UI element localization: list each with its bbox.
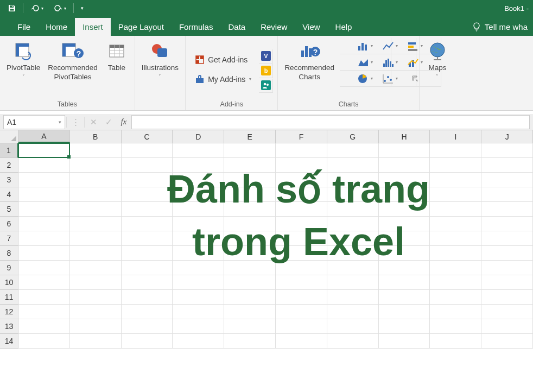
grid-cell[interactable]: [430, 202, 481, 217]
grid-cell[interactable]: [379, 217, 430, 231]
grid-cell[interactable]: [327, 217, 379, 231]
grid-cell[interactable]: [18, 231, 70, 246]
grid-cell[interactable]: [173, 275, 224, 290]
grid-cell[interactable]: [173, 158, 224, 173]
grid-cell[interactable]: [18, 290, 70, 305]
grid-cell[interactable]: [430, 334, 481, 349]
row-header[interactable]: 2: [0, 158, 18, 173]
grid-cell[interactable]: [379, 319, 430, 334]
grid-cell[interactable]: [379, 334, 430, 349]
grid-cell[interactable]: [276, 275, 327, 290]
grid-cell[interactable]: [481, 143, 533, 158]
grid-cell[interactable]: [173, 290, 224, 305]
visio-addin-button[interactable]: V: [259, 49, 273, 64]
grid-cell[interactable]: [70, 246, 122, 261]
grid-cell[interactable]: [224, 231, 276, 246]
grid-cell[interactable]: [224, 202, 276, 217]
bing-addin-button[interactable]: b: [259, 64, 273, 78]
row-header[interactable]: 3: [0, 173, 18, 187]
tab-home[interactable]: Home: [38, 18, 75, 36]
grid-cell[interactable]: [481, 275, 533, 290]
grid-cell[interactable]: [430, 261, 481, 275]
grid-cell[interactable]: [122, 217, 173, 231]
undo-button[interactable]: ▾: [27, 2, 47, 15]
grid-cell[interactable]: [327, 173, 379, 187]
grid-cell[interactable]: [327, 290, 379, 305]
fx-button[interactable]: fx: [116, 115, 131, 129]
row-header[interactable]: 6: [0, 217, 18, 231]
my-addins-button[interactable]: My Add-ins ▾: [191, 72, 255, 86]
grid-cell[interactable]: [379, 305, 430, 319]
grid-cell[interactable]: [481, 231, 533, 246]
redo-button[interactable]: ▾: [49, 2, 70, 15]
cancel-button[interactable]: ✕: [86, 115, 101, 129]
row-header[interactable]: 10: [0, 275, 18, 290]
grid-cell[interactable]: [379, 261, 430, 275]
grid-cell[interactable]: [18, 334, 70, 349]
grid-cell[interactable]: [481, 261, 533, 275]
column-header[interactable]: G: [327, 130, 379, 143]
tab-help[interactable]: Help: [328, 18, 360, 36]
grid-cell[interactable]: [70, 187, 122, 202]
grid-cell[interactable]: [173, 231, 224, 246]
grid-cell[interactable]: [70, 290, 122, 305]
grid-cell[interactable]: [173, 143, 224, 158]
grid-cell[interactable]: [379, 173, 430, 187]
grid-cell[interactable]: [379, 275, 430, 290]
grid-cell[interactable]: [122, 202, 173, 217]
grid-cell[interactable]: [173, 261, 224, 275]
grid-cell[interactable]: [379, 187, 430, 202]
grid-cell[interactable]: [70, 319, 122, 334]
grid-cell[interactable]: [276, 202, 327, 217]
grid-cell[interactable]: [327, 261, 379, 275]
recommended-charts-button[interactable]: ? Recommended Charts: [282, 38, 337, 82]
grid-cell[interactable]: [276, 158, 327, 173]
grid-cell[interactable]: [276, 143, 327, 158]
grid-cell[interactable]: [327, 305, 379, 319]
grid-cell[interactable]: [18, 217, 70, 231]
grid-cell[interactable]: [327, 158, 379, 173]
row-header[interactable]: 4: [0, 187, 18, 202]
grid-cell[interactable]: [276, 305, 327, 319]
column-header[interactable]: A: [18, 130, 70, 143]
grid-cell[interactable]: [122, 305, 173, 319]
grid-cell[interactable]: [481, 334, 533, 349]
grid-cell[interactable]: [276, 334, 327, 349]
grid-cell[interactable]: [430, 319, 481, 334]
grid-cell[interactable]: [224, 217, 276, 231]
grid-cell[interactable]: [18, 261, 70, 275]
tab-file[interactable]: File: [10, 18, 38, 36]
grid-cell[interactable]: [224, 261, 276, 275]
select-all-button[interactable]: [0, 130, 18, 143]
grid-cell[interactable]: [224, 158, 276, 173]
grid-cell[interactable]: [70, 173, 122, 187]
column-header[interactable]: D: [173, 130, 224, 143]
row-header[interactable]: 1: [0, 143, 18, 158]
tab-review[interactable]: Review: [253, 18, 295, 36]
grid-cell[interactable]: [173, 334, 224, 349]
people-addin-button[interactable]: [259, 79, 273, 93]
row-header[interactable]: 12: [0, 305, 18, 319]
tab-data[interactable]: Data: [220, 18, 253, 36]
grid-cell[interactable]: [481, 173, 533, 187]
grid-cell[interactable]: [379, 202, 430, 217]
grid-cell[interactable]: [18, 246, 70, 261]
row-header[interactable]: 13: [0, 319, 18, 334]
grid-cell[interactable]: [70, 305, 122, 319]
grid-cell[interactable]: [18, 202, 70, 217]
grid-cell[interactable]: [327, 187, 379, 202]
table-button[interactable]: Table: [103, 38, 130, 73]
grid-cell[interactable]: [430, 231, 481, 246]
grid-cell[interactable]: [224, 173, 276, 187]
row-header[interactable]: 14: [0, 334, 18, 349]
grid-cell[interactable]: [481, 305, 533, 319]
grid-cell[interactable]: [430, 305, 481, 319]
name-box[interactable]: A1 ▾: [3, 115, 65, 129]
grid-cell[interactable]: [276, 290, 327, 305]
grid-cell[interactable]: [481, 187, 533, 202]
row-header[interactable]: 11: [0, 290, 18, 305]
row-header[interactable]: 7: [0, 231, 18, 246]
column-header[interactable]: B: [70, 130, 122, 143]
grid-cell[interactable]: [18, 305, 70, 319]
column-header[interactable]: F: [276, 130, 327, 143]
